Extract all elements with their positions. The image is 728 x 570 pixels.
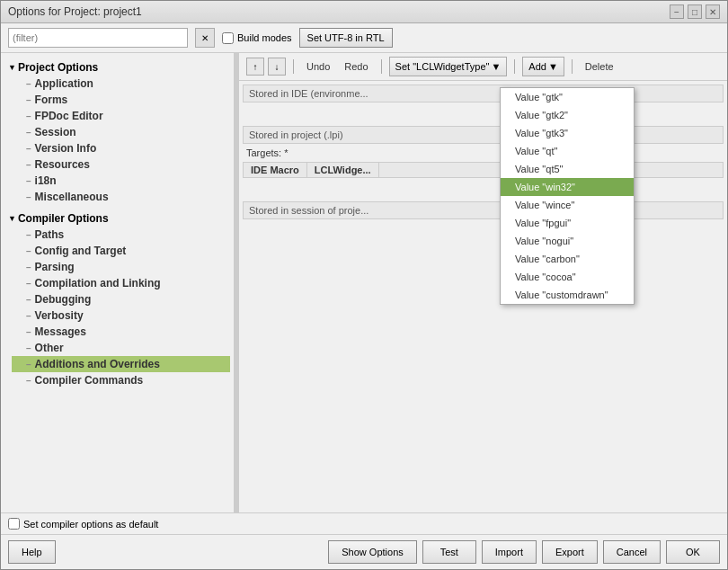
col-lcl-widget: LCLWidge... xyxy=(307,163,379,177)
filter-input[interactable] xyxy=(8,28,188,48)
set-lcl-widget-type-button[interactable]: Set "LCLWidgetType" ▼ xyxy=(389,57,508,76)
sidebar-item-paths[interactable]: –Paths xyxy=(12,227,230,243)
sidebar-item-additions-and-overrides[interactable]: –Additions and Overrides xyxy=(12,356,230,372)
title-bar: Options for Project: project1 − □ ✕ xyxy=(1,1,727,23)
sidebar-item-session[interactable]: –Session xyxy=(12,124,230,140)
dropdown-item-qt[interactable]: Value "qt" xyxy=(501,142,634,160)
dropdown-item-customdrawn[interactable]: Value "customdrawn" xyxy=(501,286,634,304)
redo-button[interactable]: Redo xyxy=(339,60,373,73)
filter-clear-button[interactable]: ✕ xyxy=(195,28,215,48)
sidebar-item-resources[interactable]: –Resources xyxy=(12,156,230,173)
sidebar: ▼ Project Options –Application –Forms –F… xyxy=(1,53,235,512)
toolbar-divider-1 xyxy=(293,59,294,74)
project-options-label: Project Options xyxy=(18,61,98,74)
test-button[interactable]: Test xyxy=(422,540,476,564)
project-options-children: –Application –Forms –FPDoc Editor –Sessi… xyxy=(12,76,230,205)
sidebar-item-verbosity[interactable]: –Verbosity xyxy=(12,307,230,324)
down-arrow-icon: ↓ xyxy=(275,62,280,72)
dropdown-item-wince[interactable]: Value "wince" xyxy=(501,196,634,214)
show-options-button[interactable]: Show Options xyxy=(328,540,416,564)
bottom-checkbox-bar: Set compiler options as default xyxy=(1,512,727,534)
sidebar-item-other[interactable]: –Other xyxy=(12,340,230,356)
set-lcl-dropdown-menu: Value "gtk" Value "gtk2" Value "gtk3" Va… xyxy=(500,87,635,305)
main-window: Options for Project: project1 − □ ✕ ✕ Bu… xyxy=(0,0,728,570)
ok-button[interactable]: OK xyxy=(666,540,720,564)
button-row: Help Show Options Test Import Export Can… xyxy=(1,534,727,569)
delete-button[interactable]: Delete xyxy=(580,60,619,73)
up-arrow-icon: ↑ xyxy=(253,62,258,72)
main-area: ▼ Project Options –Application –Forms –F… xyxy=(1,53,727,512)
sidebar-item-compiler-commands[interactable]: –Compiler Commands xyxy=(12,372,230,388)
sidebar-item-debugging[interactable]: –Debugging xyxy=(12,291,230,307)
sidebar-item-application[interactable]: –Application xyxy=(12,76,230,92)
sidebar-item-messages[interactable]: –Messages xyxy=(12,324,230,340)
content-toolbar: ↑ ↓ Undo Redo Set "LCLWidgetType" ▼ Add … xyxy=(239,53,727,81)
col-ide-macro: IDE Macro xyxy=(244,163,307,177)
dropdown-item-cocoa[interactable]: Value "cocoa" xyxy=(501,268,634,286)
build-modes-checkbox-label: Build modes xyxy=(222,32,292,44)
set-compiler-default-checkbox[interactable] xyxy=(8,518,20,530)
dropdown-item-qt5[interactable]: Value "qt5" xyxy=(501,160,634,178)
compiler-options-toggle[interactable]: ▼ Compiler Options xyxy=(4,210,230,227)
compiler-options-arrow: ▼ xyxy=(8,214,16,223)
compiler-options-children: –Paths –Config and Target –Parsing –Comp… xyxy=(12,227,230,388)
project-options-toggle[interactable]: ▼ Project Options xyxy=(4,59,230,76)
close-button[interactable]: ✕ xyxy=(706,4,720,19)
project-options-arrow: ▼ xyxy=(8,63,16,72)
export-button[interactable]: Export xyxy=(542,540,598,564)
content-area: ↑ ↓ Undo Redo Set "LCLWidgetType" ▼ Add … xyxy=(239,53,727,512)
sidebar-item-fpdoc-editor[interactable]: –FPDoc Editor xyxy=(12,108,230,124)
sidebar-item-i18n[interactable]: –i18n xyxy=(12,173,230,189)
sidebar-item-version-info[interactable]: –Version Info xyxy=(12,140,230,156)
minimize-button[interactable]: − xyxy=(670,4,684,19)
dropdown-item-gtk2[interactable]: Value "gtk2" xyxy=(501,106,634,124)
dropdown-item-gtk3[interactable]: Value "gtk3" xyxy=(501,124,634,142)
sidebar-item-miscellaneous[interactable]: –Miscellaneous xyxy=(12,189,230,205)
table-header: IDE Macro LCLWidge... xyxy=(243,162,724,178)
toolbar-divider-2 xyxy=(381,59,382,74)
sidebar-item-compilation-and-linking[interactable]: –Compilation and Linking xyxy=(12,275,230,291)
move-down-button[interactable]: ↓ xyxy=(268,58,286,76)
section-stored-in-session: Stored in session of proje... xyxy=(243,201,724,219)
undo-button[interactable]: Undo xyxy=(301,60,335,73)
sidebar-section-project-options: ▼ Project Options –Application –Forms –F… xyxy=(1,57,234,208)
window-title: Options for Project: project1 xyxy=(8,5,142,18)
cancel-button[interactable]: Cancel xyxy=(603,540,661,564)
title-bar-buttons: − □ ✕ xyxy=(670,4,720,19)
targets-label: Targets: * xyxy=(243,146,724,160)
dropdown-item-nogui[interactable]: Value "nogui" xyxy=(501,232,634,250)
move-up-button[interactable]: ↑ xyxy=(246,58,264,76)
toolbar-divider-4 xyxy=(572,59,573,74)
sidebar-section-compiler-options: ▼ Compiler Options –Paths –Config and Ta… xyxy=(1,208,234,391)
set-lcl-dropdown-arrow-icon: ▼ xyxy=(491,61,501,72)
dropdown-item-carbon[interactable]: Value "carbon" xyxy=(501,250,634,268)
top-toolbar: ✕ Build modes Set UTF-8 in RTL xyxy=(1,23,727,53)
content-table: Stored in IDE (environme... Stored in pr… xyxy=(239,81,727,512)
build-modes-checkbox[interactable] xyxy=(222,32,234,44)
add-button[interactable]: Add ▼ xyxy=(522,57,564,76)
maximize-button[interactable]: □ xyxy=(688,4,702,19)
set-compiler-default-label: Set compiler options as default xyxy=(8,518,158,530)
dropdown-item-win32[interactable]: Value "win32" xyxy=(501,178,634,196)
add-dropdown-arrow-icon: ▼ xyxy=(548,61,558,72)
compiler-options-label: Compiler Options xyxy=(18,212,109,225)
sidebar-item-config-and-target[interactable]: –Config and Target xyxy=(12,243,230,259)
sidebar-item-parsing[interactable]: –Parsing xyxy=(12,259,230,275)
import-button[interactable]: Import xyxy=(482,540,537,564)
sidebar-item-forms[interactable]: –Forms xyxy=(12,92,230,108)
section-stored-in-ide: Stored in IDE (environme... xyxy=(243,85,724,102)
dropdown-item-gtk[interactable]: Value "gtk" xyxy=(501,88,634,106)
toolbar-divider-3 xyxy=(514,59,515,74)
help-button[interactable]: Help xyxy=(8,540,56,564)
dropdown-item-fpgui[interactable]: Value "fpgui" xyxy=(501,214,634,232)
set-utf8-button[interactable]: Set UTF-8 in RTL xyxy=(299,28,393,48)
section-stored-in-project: Stored in project (.lpi) xyxy=(243,126,724,144)
